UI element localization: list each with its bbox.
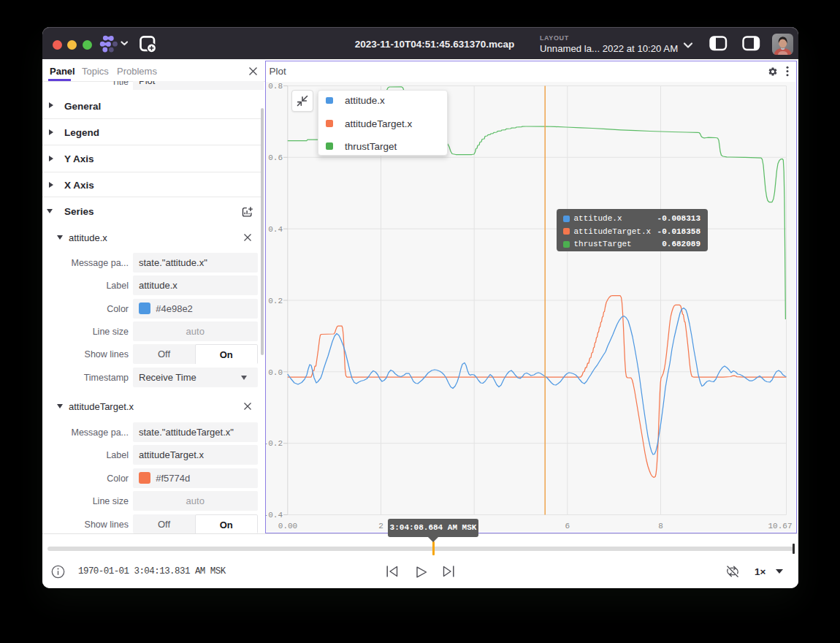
- svg-text:0.00: 0.00: [278, 522, 297, 530]
- svg-text:8: 8: [658, 522, 663, 530]
- svg-text:6: 6: [565, 522, 570, 530]
- svg-text:0.4: 0.4: [268, 225, 283, 234]
- svg-text:0.0: 0.0: [268, 368, 283, 377]
- svg-text:10.67: 10.67: [768, 522, 792, 530]
- svg-text:0.8: 0.8: [268, 82, 283, 91]
- svg-text:2: 2: [378, 522, 383, 530]
- svg-text:0.6: 0.6: [268, 153, 283, 162]
- svg-text:-0.4: -0.4: [266, 511, 283, 520]
- svg-text:0.2: 0.2: [268, 297, 283, 305]
- svg-text:-0.2: -0.2: [266, 439, 283, 448]
